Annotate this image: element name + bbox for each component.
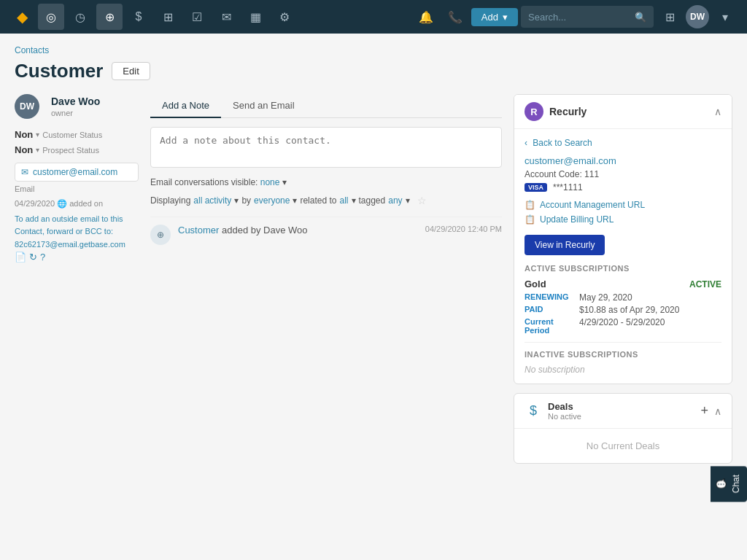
nav-tasks-icon[interactable]: ☑ — [184, 4, 210, 30]
account-management-url[interactable]: 📋 Account Management URL — [525, 200, 721, 210]
customer-status-label: Customer Status — [42, 131, 102, 139]
deals-dollar-icon: $ — [525, 402, 542, 420]
logo-icon[interactable]: ◆ — [9, 4, 35, 30]
date-added: 04/29/2020 🌐 added on — [15, 199, 139, 209]
customer-status-dropdown[interactable]: ▾ — [36, 131, 39, 139]
activity-suffix: added by Dave Woo — [222, 225, 308, 236]
view-recurly-button[interactable]: View in Recurly — [525, 235, 605, 255]
subscription-row: Gold ACTIVE — [525, 279, 721, 289]
period-label: Current Period — [525, 317, 572, 335]
deals-add-button[interactable]: + — [700, 403, 708, 419]
back-to-search[interactable]: ‹ Back to Search — [525, 138, 721, 148]
deals-collapse-icon[interactable]: ∧ — [714, 405, 721, 417]
action-links: 📋 Account Management URL 📋 Update Billin… — [525, 200, 721, 225]
avatar[interactable]: DW — [686, 5, 709, 28]
recurly-title: Recurly — [549, 106, 587, 117]
prospect-status-row: Non ▾ Prospect Status — [15, 144, 139, 155]
email-tag[interactable]: ✉ customer@email.com — [15, 163, 139, 182]
filter-everyone[interactable]: everyone — [254, 195, 290, 206]
tab-send-email[interactable]: Send an Email — [221, 94, 306, 118]
recurly-logo: R — [525, 102, 543, 121]
refresh-icon[interactable]: ↻ — [29, 252, 37, 262]
contact-email: customer@email.com — [33, 167, 117, 177]
contact-avatar: DW — [15, 94, 39, 119]
active-subscriptions-title: ACTIVE SUBSCRIPTIONS — [525, 264, 721, 273]
deals-subtitle: No active — [548, 412, 581, 421]
nav-reports-icon[interactable]: ▦ — [242, 4, 268, 30]
filter-all[interactable]: all — [339, 195, 348, 206]
activity-item: ⊕ Customer added by Dave Woo 04/29/2020 … — [150, 217, 502, 252]
customer-status-row: Non ▾ Customer Status — [15, 129, 139, 140]
activity-link[interactable]: Customer — [178, 225, 219, 236]
subscription-name: Gold — [525, 279, 546, 289]
subscription-detail: RENEWING May 29, 2020 PAID $10.88 as of … — [525, 292, 721, 335]
customer-status-value: Non — [15, 129, 33, 140]
note-input[interactable] — [150, 127, 502, 168]
activity-text: Customer added by Dave Woo — [178, 225, 418, 236]
tabs: Add a Note Send an Email — [150, 94, 502, 118]
breadcrumb[interactable]: Contacts — [15, 45, 732, 55]
nav-contacts-icon[interactable]: ⊕ — [96, 4, 123, 30]
copy-icon[interactable]: 📄 — [15, 252, 26, 262]
search-bar: 🔍 — [521, 6, 654, 28]
prospect-status-label: Prospect Status — [42, 146, 99, 155]
bcc-address: 82c62173@email.getbase.com — [15, 240, 139, 249]
renewing-date: May 29, 2020 — [579, 292, 632, 303]
star-icon[interactable]: ☆ — [417, 195, 427, 206]
deals-card-header: $ Deals No active + ∧ — [514, 394, 732, 428]
prospect-status-dropdown[interactable]: ▾ — [36, 146, 39, 154]
filter-all-activity[interactable]: all activity — [193, 195, 231, 206]
bcc-icons: 📄 ↻ ? — [15, 252, 139, 262]
account-code: Account Code: 111 — [525, 169, 721, 179]
chat-button[interactable]: 💬 Chat — [711, 466, 747, 475]
add-button[interactable]: Add ▾ — [471, 8, 518, 26]
page-content: Contacts Customer Edit DW Dave Woo owner… — [0, 34, 747, 475]
tab-add-note[interactable]: Add a Note — [150, 94, 221, 118]
filter-everyone-arrow[interactable]: ▾ — [293, 195, 297, 206]
globe-icon: 🌐 — [57, 199, 67, 208]
edit-button[interactable]: Edit — [112, 62, 150, 80]
nav-clock-icon[interactable]: ◷ — [67, 4, 93, 30]
nav-dashboard-icon[interactable]: ◎ — [38, 4, 64, 30]
nav-phone-icon[interactable]: 📞 — [442, 4, 468, 30]
contact-name: Dave Woo — [51, 94, 100, 107]
recurly-card: R Recurly ∧ ‹ Back to Search customer@em… — [514, 94, 732, 384]
page-title-row: Customer Edit — [15, 60, 732, 82]
page-title: Customer — [15, 60, 103, 82]
no-subscription: No subscription — [525, 365, 721, 375]
email-visible-dropdown[interactable]: ▾ — [282, 177, 287, 187]
nav-deals-icon[interactable]: $ — [125, 4, 152, 30]
nav-grid-icon[interactable]: ⊞ — [657, 4, 683, 30]
renewing-label: RENEWING — [525, 292, 572, 303]
filter-all-arrow[interactable]: ▾ — [352, 195, 356, 206]
filter-activity-arrow[interactable]: ▾ — [234, 195, 239, 206]
update-billing-url[interactable]: 📋 Update Billing URL — [525, 214, 721, 225]
search-icon: 🔍 — [635, 12, 646, 23]
nav-settings-icon[interactable]: ⚙ — [271, 4, 298, 30]
nav-email-icon[interactable]: ✉ — [213, 4, 239, 30]
email-type-label: Email — [15, 184, 139, 193]
search-input[interactable] — [528, 12, 630, 23]
recurly-collapse-icon[interactable]: ∧ — [714, 106, 721, 117]
email-icon: ✉ — [21, 167, 28, 177]
account-email[interactable]: customer@email.com — [525, 155, 721, 166]
center-panel: Add a Note Send an Email Email conversat… — [150, 94, 502, 464]
chat-label: Chat — [731, 475, 741, 475]
email-visible-link[interactable]: none — [260, 177, 280, 187]
nav-calendar-icon[interactable]: ⊞ — [155, 4, 181, 30]
activity-time: 04/29/2020 12:40 PM — [425, 225, 502, 233]
inactive-subscriptions-title: INACTIVE SUBSCRIPTIONS — [525, 350, 721, 359]
nav-dropdown-arrow[interactable]: ▾ — [712, 4, 738, 30]
nav-bell-icon[interactable]: 🔔 — [413, 4, 439, 30]
filter-any[interactable]: any — [388, 195, 402, 206]
recurly-card-body: ‹ Back to Search customer@email.com Acco… — [514, 129, 732, 384]
paid-amount: $10.88 as of Apr 29, 2020 — [579, 305, 679, 315]
activity-filter: Displaying all activity ▾ by everyone ▾ … — [150, 195, 502, 206]
back-arrow-icon: ‹ — [525, 138, 527, 148]
deals-card: $ Deals No active + ∧ No Current Deals — [514, 393, 732, 464]
filter-any-arrow[interactable]: ▾ — [406, 195, 410, 206]
top-nav: ◆ ◎ ◷ ⊕ $ ⊞ ☑ ✉ ▦ ⚙ 🔔 📞 Add ▾ 🔍 ⊞ DW ▾ — [0, 0, 747, 34]
help-icon[interactable]: ? — [40, 252, 45, 262]
contact-role: owner — [51, 107, 100, 117]
main-layout: DW Dave Woo owner Non ▾ Customer Status … — [15, 94, 732, 464]
